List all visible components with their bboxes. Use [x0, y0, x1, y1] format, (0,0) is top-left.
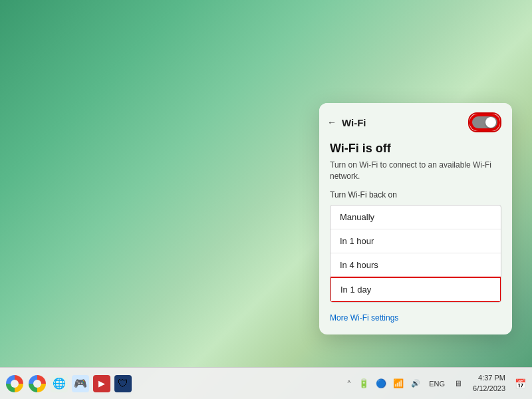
show-hidden-icons-button[interactable]: ^: [345, 377, 354, 390]
taskbar: 🌐 🎮 ▶ 🛡 ^ 🔋 🔵 📶 🔊 ENG 🖥 4:37 PM 6/12/202…: [0, 367, 532, 399]
wifi-tray-icon[interactable]: 📶: [392, 377, 405, 390]
system-clock[interactable]: 4:37 PM 6/12/2023: [469, 373, 509, 394]
panel-header: ← Wi-Fi: [319, 103, 512, 139]
notifications-icon[interactable]: 📅: [513, 377, 527, 390]
taskbar-right: ^ 🔋 🔵 📶 🔊 ENG 🖥 4:37 PM 6/12/2023 📅: [345, 373, 527, 394]
wifi-toggle-knob: [485, 117, 496, 128]
language-indicator[interactable]: ENG: [426, 380, 448, 388]
dev-icon[interactable]: ▶: [93, 375, 110, 392]
network-icon[interactable]: 🌐: [51, 375, 68, 392]
wifi-option-4hours[interactable]: In 4 hours: [331, 253, 501, 277]
volume-icon[interactable]: 🔊: [409, 377, 422, 390]
turn-on-label: Turn Wi-Fi back on: [330, 190, 501, 200]
display-icon[interactable]: 🖥: [452, 377, 465, 390]
game-icon[interactable]: 🎮: [72, 375, 89, 392]
clock-time: 4:37 PM: [473, 373, 505, 383]
clock-date: 6/12/2023: [473, 384, 505, 394]
panel-title: Wi-Fi: [342, 117, 468, 128]
desktop: ← Wi-Fi Wi-Fi is off Turn on Wi-Fi to co…: [0, 0, 532, 399]
wifi-option-1day[interactable]: In 1 day: [330, 277, 501, 303]
chrome-icon[interactable]: [5, 374, 24, 393]
wifi-toggle[interactable]: [471, 115, 499, 130]
panel-body: Wi-Fi is off Turn on Wi-Fi to connect to…: [319, 139, 512, 334]
wifi-status-title: Wi-Fi is off: [330, 142, 501, 156]
wifi-panel: ← Wi-Fi Wi-Fi is off Turn on Wi-Fi to co…: [319, 103, 512, 334]
bluetooth-icon[interactable]: 🔵: [374, 377, 388, 390]
battery-icon[interactable]: 🔋: [357, 377, 370, 390]
taskbar-icons: 🌐 🎮 ▶ 🛡: [5, 374, 345, 393]
wifi-option-manually[interactable]: Manually: [331, 205, 501, 229]
wifi-toggle-container: [468, 112, 501, 132]
back-button[interactable]: ←: [327, 117, 336, 128]
wifi-options-list: Manually In 1 hour In 4 hours In 1 day: [330, 205, 501, 303]
wifi-status-description: Turn on Wi-Fi to connect to an available…: [330, 160, 501, 182]
wifi-option-1hour[interactable]: In 1 hour: [331, 229, 501, 253]
shield-icon[interactable]: 🛡: [114, 375, 132, 392]
chrome-icon-2[interactable]: [28, 374, 47, 393]
more-wifi-settings-link[interactable]: More Wi-Fi settings: [330, 312, 501, 324]
